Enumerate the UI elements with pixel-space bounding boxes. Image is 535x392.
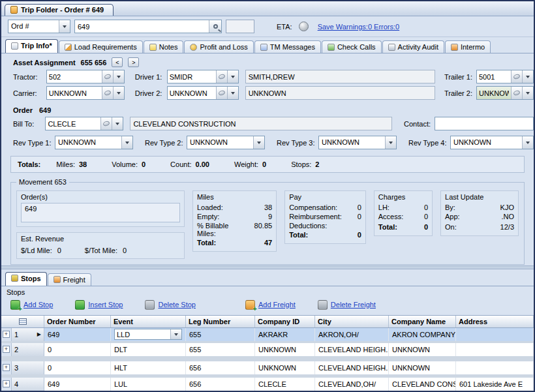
delete-stop-label[interactable]: Delete Stop	[158, 301, 195, 309]
bill-to-combo[interactable]	[45, 117, 123, 130]
cell-order-number[interactable]: 649	[44, 378, 111, 391]
cell-company-id[interactable]: AKRAKR	[255, 328, 315, 341]
insert-stop-label[interactable]: Insert Stop	[88, 301, 123, 309]
col-address[interactable]: Address	[456, 316, 534, 327]
add-stop-button[interactable]: Add Stop	[10, 300, 53, 310]
expand-icon[interactable]: +	[3, 364, 10, 371]
stops-grid-row-3[interactable]: + 3 0 HLT 656 UNKNOWN CLEVELAND HEIGH...…	[1, 361, 534, 374]
cell-company-name[interactable]: UNKNOWN	[389, 343, 456, 356]
tab-intermodal[interactable]: Intermo	[445, 40, 491, 53]
cell-city[interactable]: CLEVELAND HEIGH...	[315, 343, 389, 356]
cell-company-name[interactable]: CLEVELAND CONS...	[389, 378, 456, 391]
col-order-number[interactable]: Order Number	[44, 316, 111, 327]
cell-company-name[interactable]: AKRON COMPANY	[389, 328, 456, 341]
trailer2-input[interactable]	[477, 87, 511, 99]
carrier-combo[interactable]	[46, 86, 125, 100]
driver1-dropdown-arrow[interactable]	[227, 70, 238, 83]
rev-type3-dropdown-arrow[interactable]	[385, 136, 396, 149]
add-freight-label[interactable]: Add Freight	[258, 301, 296, 309]
expand-icon[interactable]: +	[3, 346, 10, 353]
row1-header[interactable]: 1▶	[12, 328, 44, 341]
col-event[interactable]: Event	[111, 316, 186, 327]
event-editor-dropdown-arrow[interactable]	[170, 329, 181, 339]
orders-list[interactable]: 649	[21, 203, 180, 222]
carrier-input[interactable]	[47, 87, 102, 99]
driver1-combo[interactable]	[167, 70, 239, 83]
next-asset-button[interactable]: >	[128, 57, 139, 67]
tab-activity-audit[interactable]: Activity Audit	[382, 40, 444, 53]
expand-icon[interactable]: +	[3, 331, 10, 338]
delete-freight-label[interactable]: Delete Freight	[331, 301, 376, 309]
search-button[interactable]	[209, 20, 221, 33]
add-freight-button[interactable]: Add Freight	[245, 300, 296, 310]
trailer1-dropdown-arrow[interactable]	[522, 70, 533, 83]
cell-leg-number[interactable]: 656	[186, 378, 255, 391]
carrier-lookup-button[interactable]	[102, 87, 113, 99]
rev-type4-dropdown-arrow[interactable]	[522, 136, 533, 149]
row3-header[interactable]: 3	[12, 361, 44, 374]
cell-leg-number[interactable]: 655	[186, 328, 255, 341]
row4-header[interactable]: 4	[12, 378, 44, 391]
col-city[interactable]: City	[315, 316, 389, 327]
cell-city[interactable]: CLEVELAND HEIGH...	[315, 361, 389, 374]
delete-stop-button[interactable]: Delete Stop	[145, 300, 195, 310]
bill-to-input[interactable]	[46, 117, 100, 130]
order-search-input[interactable]	[75, 20, 209, 33]
cell-address[interactable]	[456, 328, 534, 341]
driver1-lookup-button[interactable]	[216, 70, 227, 83]
col-company-id[interactable]: Company ID	[255, 316, 315, 327]
trailer2-lookup-button[interactable]	[511, 87, 522, 99]
cell-order-number[interactable]: 0	[44, 361, 111, 374]
event-editor-combo[interactable]: LLD	[114, 329, 182, 340]
add-stop-label[interactable]: Add Stop	[23, 301, 53, 309]
rev-type2-dropdown-arrow[interactable]	[253, 136, 264, 149]
ord-type-dropdown-arrow[interactable]	[59, 20, 70, 33]
rev-type4-combo[interactable]: UNKNOWN	[450, 136, 534, 149]
rev-type3-combo[interactable]: UNKNOWN	[318, 136, 397, 149]
cell-event[interactable]: LLD	[111, 328, 186, 341]
trailer1-lookup-button[interactable]	[511, 70, 522, 83]
insert-stop-button[interactable]: Insert Stop	[75, 300, 123, 310]
stops-grid-row-1[interactable]: + 1▶ 649 LLD 655 AKRAKR AKRON,OH/ AKRON …	[1, 328, 534, 341]
rev-type1-dropdown-arrow[interactable]	[121, 136, 132, 149]
stops-grid-row-4[interactable]: + 4 649 LUL 656 CLECLE CLEVELAND,OH/ CLE…	[1, 378, 534, 391]
grid-selector-header[interactable]	[1, 316, 44, 327]
cell-order-number[interactable]: 649	[44, 328, 111, 341]
tab-tm-messages[interactable]: TM Messages	[254, 40, 321, 53]
driver2-name-field[interactable]	[245, 86, 435, 100]
tab-load-requirements[interactable]: Load Requirements	[59, 40, 143, 53]
prev-asset-button[interactable]: <	[112, 57, 123, 67]
driver1-input[interactable]	[168, 70, 216, 83]
trailer1-input[interactable]	[477, 70, 511, 83]
save-warnings-link[interactable]: Save Warnings:0 Errors:0	[318, 23, 400, 31]
col-leg-number[interactable]: Leg Number	[186, 316, 255, 327]
cell-company-id[interactable]: CLECLE	[255, 378, 315, 391]
trailer1-combo[interactable]	[476, 70, 534, 83]
cell-address[interactable]	[456, 361, 534, 374]
cell-event[interactable]: HLT	[111, 361, 186, 374]
cell-address[interactable]: 601 Lakeside Ave E	[456, 378, 534, 391]
tractor-input[interactable]	[47, 70, 102, 83]
stops-grid-row-2[interactable]: + 2 0 DLT 655 UNKNOWN CLEVELAND HEIGH...…	[1, 343, 534, 356]
contact-field[interactable]	[435, 117, 534, 130]
cell-company-id[interactable]: UNKNOWN	[255, 361, 315, 374]
driver1-name-field[interactable]	[245, 70, 435, 83]
tractor-combo[interactable]	[46, 70, 125, 83]
driver2-lookup-button[interactable]	[216, 87, 227, 99]
cell-city[interactable]: CLEVELAND,OH/	[315, 378, 389, 391]
driver2-dropdown-arrow[interactable]	[227, 87, 238, 99]
bill-to-dropdown-arrow[interactable]	[112, 117, 123, 130]
expand-icon[interactable]: +	[3, 380, 10, 387]
trailer2-combo[interactable]	[476, 86, 534, 100]
cell-address[interactable]	[456, 343, 534, 356]
tab-freight[interactable]: Freight	[48, 273, 91, 286]
cell-event[interactable]: LUL	[111, 378, 186, 391]
row2-header[interactable]: 2	[12, 343, 44, 356]
tab-stops[interactable]: Stops	[5, 272, 47, 286]
tab-check-calls[interactable]: Check Calls	[322, 40, 382, 53]
tab-trip-info[interactable]: Trip Info*	[5, 39, 58, 53]
col-company-name[interactable]: Company Name	[389, 316, 456, 327]
cell-company-name[interactable]: UNKNOWN	[389, 361, 456, 374]
tractor-lookup-button[interactable]	[102, 70, 113, 83]
carrier-dropdown-arrow[interactable]	[113, 87, 124, 99]
